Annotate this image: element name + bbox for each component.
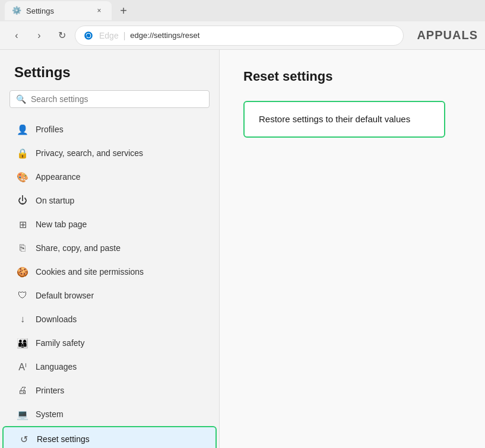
- nav-items-list: 👤Profiles🔒Privacy, search, and services🎨…: [0, 117, 219, 448]
- tab-title: Settings: [26, 7, 54, 15]
- sidebar-label-system: System: [36, 409, 64, 419]
- search-icon: 🔍: [16, 94, 26, 104]
- refresh-button[interactable]: ↻: [52, 26, 71, 45]
- search-input[interactable]: [31, 94, 203, 104]
- main-panel: Reset settings Restore settings to their…: [220, 50, 485, 448]
- sidebar-label-profiles: Profiles: [36, 125, 64, 134]
- system-icon: 💻: [17, 408, 28, 420]
- panel-title: Reset settings: [243, 69, 461, 84]
- sidebar-label-newtab: New tab page: [36, 220, 87, 229]
- sidebar-label-privacy: Privacy, search, and services: [36, 148, 143, 158]
- sidebar-item-appearance[interactable]: 🎨Appearance: [2, 165, 217, 189]
- address-pipe: |: [123, 31, 126, 40]
- browser-chrome: ⚙️ Settings × + ‹ › ↻ Edge | edge://sett…: [0, 0, 485, 50]
- sidebar-item-reset[interactable]: ↺Reset settings: [2, 426, 217, 448]
- sidebar-item-share[interactable]: ⎘Share, copy, and paste: [2, 236, 217, 260]
- tab-settings-icon: ⚙️: [12, 6, 21, 15]
- sidebar-title: Settings: [0, 64, 219, 90]
- active-tab[interactable]: ⚙️ Settings ×: [5, 1, 112, 20]
- printers-icon: 🖨: [17, 385, 28, 396]
- appuals-logo: APPUALS: [417, 28, 478, 42]
- sidebar-label-startup: On startup: [36, 196, 74, 205]
- edge-logo-icon: [83, 30, 94, 42]
- startup-icon: ⏻: [17, 195, 28, 206]
- newtab-icon: ⊞: [17, 218, 28, 230]
- sidebar-item-newtab[interactable]: ⊞New tab page: [2, 212, 217, 236]
- tab-bar: ⚙️ Settings × +: [0, 0, 485, 21]
- sidebar-item-printers[interactable]: 🖨Printers: [2, 379, 217, 402]
- sidebar-label-family: Family safety: [36, 338, 84, 348]
- nav-bar: ‹ › ↻ Edge | edge://settings/reset APPUA…: [0, 21, 485, 50]
- nav-right-icons: APPUALS: [412, 28, 478, 42]
- languages-icon: Aᴵ: [17, 361, 28, 373]
- privacy-icon: 🔒: [17, 147, 28, 159]
- sidebar-label-share: Share, copy, and paste: [36, 243, 121, 253]
- sidebar-item-profiles[interactable]: 👤Profiles: [2, 117, 217, 141]
- profiles-icon: 👤: [17, 123, 28, 135]
- share-icon: ⎘: [17, 242, 28, 254]
- restore-defaults-text: Restore settings to their default values: [259, 114, 410, 124]
- sidebar-item-downloads[interactable]: ↓Downloads: [2, 307, 217, 331]
- sidebar-item-startup[interactable]: ⏻On startup: [2, 189, 217, 212]
- tab-close-button[interactable]: ×: [94, 5, 104, 16]
- address-divider: Edge: [99, 31, 119, 40]
- browser-icon: 🛡: [17, 290, 28, 301]
- back-button[interactable]: ‹: [7, 26, 26, 45]
- sidebar-label-downloads: Downloads: [36, 314, 77, 324]
- sidebar-label-languages: Languages: [36, 362, 77, 371]
- cookies-icon: 🍪: [17, 266, 28, 278]
- sidebar-label-browser: Default browser: [36, 291, 94, 300]
- content-area: Settings 🔍 👤Profiles🔒Privacy, search, an…: [0, 50, 485, 448]
- forward-button[interactable]: ›: [30, 26, 49, 45]
- sidebar-label-reset: Reset settings: [37, 434, 90, 444]
- address-text: edge://settings/reset: [130, 31, 396, 40]
- address-bar[interactable]: Edge | edge://settings/reset: [75, 26, 404, 46]
- sidebar-item-browser[interactable]: 🛡Default browser: [2, 284, 217, 307]
- family-icon: 👨‍👩‍👦: [17, 337, 28, 349]
- sidebar-item-family[interactable]: 👨‍👩‍👦Family safety: [2, 331, 217, 355]
- downloads-icon: ↓: [17, 313, 28, 325]
- sidebar-item-languages[interactable]: AᴵLanguages: [2, 355, 217, 379]
- sidebar-label-printers: Printers: [36, 386, 64, 395]
- reset-icon: ↺: [18, 433, 30, 445]
- sidebar-item-system[interactable]: 💻System: [2, 402, 217, 426]
- sidebar-item-cookies[interactable]: 🍪Cookies and site permissions: [2, 260, 217, 284]
- sidebar: Settings 🔍 👤Profiles🔒Privacy, search, an…: [0, 50, 220, 448]
- sidebar-label-appearance: Appearance: [36, 172, 81, 182]
- search-box[interactable]: 🔍: [9, 90, 210, 108]
- sidebar-item-privacy[interactable]: 🔒Privacy, search, and services: [2, 141, 217, 165]
- new-tab-button[interactable]: +: [114, 1, 133, 20]
- sidebar-label-cookies: Cookies and site permissions: [36, 267, 144, 277]
- appearance-icon: 🎨: [17, 171, 28, 183]
- restore-defaults-card[interactable]: Restore settings to their default values: [243, 101, 445, 138]
